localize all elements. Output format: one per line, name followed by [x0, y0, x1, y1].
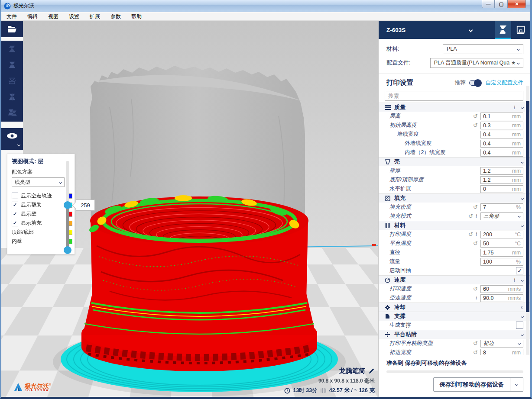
settings-search[interactable]	[385, 91, 523, 101]
save-options-chevron[interactable]	[510, 378, 523, 391]
chevron-down-icon[interactable]	[521, 224, 524, 227]
menu-item-0[interactable]: 文件	[1, 12, 22, 21]
recommended-custom-toggle[interactable]	[469, 80, 481, 86]
setting-input[interactable]: 0.4mm	[480, 140, 523, 148]
view-option-checkbox[interactable]: ✓	[12, 211, 18, 217]
info-icon[interactable]: i	[512, 277, 517, 283]
reset-icon[interactable]: ↺	[472, 340, 479, 347]
titlebar[interactable]: 极光尔沃 — ▢ ✕	[1, 0, 530, 12]
section-header-0[interactable]: 质量i	[379, 103, 530, 112]
setting-input[interactable]: 0.4mm	[480, 131, 523, 138]
profile-row: 配置文件: PLA 普通质量(PLA Normal Qua ★	[379, 56, 530, 69]
material-select[interactable]: PLA	[443, 44, 523, 54]
setting-label: 填充模式	[379, 212, 467, 220]
info-icon[interactable]: i	[474, 295, 479, 301]
menu-item-5[interactable]: 参数	[105, 12, 126, 21]
chevron-left-icon[interactable]	[521, 306, 524, 309]
profile-label: 配置文件:	[386, 59, 430, 67]
layer-slider-top-handle[interactable]	[64, 201, 71, 209]
view-mode-button[interactable]	[1, 128, 23, 150]
info-icon[interactable]: i	[474, 231, 479, 238]
settings-search-input[interactable]	[388, 93, 520, 99]
section-title: 支撑	[394, 312, 517, 320]
per-model-settings-button[interactable]	[1, 105, 23, 121]
printer-name[interactable]: Z-603S	[379, 27, 405, 33]
menu-item-6[interactable]: 帮助	[126, 12, 147, 21]
tab-prepare-preview[interactable]	[495, 21, 511, 39]
close-button[interactable]: ✕	[508, 0, 526, 8]
save-to-removable-button[interactable]: 保存到可移动的存储设备	[433, 377, 524, 392]
chevron-down-icon[interactable]	[521, 333, 524, 336]
section-header-4[interactable]: 速度i	[379, 275, 530, 284]
scrollbar-thumb[interactable]	[526, 101, 529, 312]
setting-select[interactable]: 三角形	[480, 212, 523, 220]
unit-label: mm	[512, 150, 521, 156]
view-mode-title: 视图模式: 层	[12, 158, 75, 165]
setting-input[interactable]: 200°C	[480, 231, 523, 238]
setting-label: 壁厚	[379, 167, 479, 174]
setting-input[interactable]: 7%	[480, 203, 523, 211]
view-option-checkbox[interactable]: ✓	[12, 220, 18, 226]
layer-slider[interactable]	[66, 161, 69, 250]
minimize-button[interactable]: —	[482, 0, 495, 8]
setting-input[interactable]: 0.3mm	[480, 122, 523, 129]
open-file-button[interactable]	[1, 21, 23, 37]
scale-tool-button[interactable]	[1, 57, 23, 73]
menu-item-3[interactable]: 设置	[64, 12, 84, 21]
custom-profile-link[interactable]: 自定义配置文件	[486, 79, 524, 87]
info-icon[interactable]: i	[474, 213, 479, 219]
section-header-6[interactable]: 支撑	[379, 312, 530, 321]
setting-input[interactable]: 100%	[480, 258, 523, 266]
reset-icon[interactable]: ↺	[472, 204, 479, 210]
edit-pencil-icon[interactable]	[368, 368, 375, 374]
chevron-down-icon[interactable]	[521, 160, 524, 163]
setting-input[interactable]: 50°C	[480, 240, 523, 248]
info-icon[interactable]: i	[512, 104, 517, 111]
section-header-1[interactable]: 壳	[379, 157, 530, 166]
reset-icon[interactable]: ↺	[472, 113, 479, 119]
maximize-button[interactable]: ▢	[495, 0, 508, 8]
setting-input[interactable]: 1.2mm	[480, 176, 523, 184]
chevron-down-icon[interactable]	[521, 196, 524, 200]
menubar: 文件编辑视图设置扩展参数帮助	[1, 12, 530, 21]
setting-input[interactable]: 90.0mm/s	[480, 294, 523, 302]
view-option-checkbox[interactable]	[12, 193, 18, 199]
setting-input[interactable]: 1.75mm	[480, 249, 523, 257]
unit-label: mm/s	[508, 286, 521, 292]
chevron-down-icon[interactable]	[521, 106, 524, 109]
section-header-3[interactable]: 材料	[379, 221, 530, 230]
rotate-tool-button[interactable]	[1, 73, 23, 89]
color-scheme-select[interactable]: 线类型	[12, 177, 65, 187]
setting-select[interactable]: 裙边	[480, 340, 523, 348]
reset-icon[interactable]: ↺	[467, 213, 474, 219]
chevron-down-icon[interactable]	[521, 278, 524, 281]
reset-icon[interactable]: ↺	[467, 231, 474, 238]
setting-input[interactable]: 0mm	[480, 185, 523, 193]
eye-icon	[6, 132, 18, 139]
setting-input[interactable]: 0.1mm	[480, 113, 523, 120]
setting-input[interactable]: 1.2mm	[480, 167, 523, 175]
section-header-2[interactable]: 填充	[379, 193, 530, 203]
menu-item-2[interactable]: 视图	[43, 12, 64, 21]
chevron-down-icon[interactable]	[521, 315, 524, 318]
menu-item-4[interactable]: 扩展	[84, 12, 105, 21]
section-header-5[interactable]: 冷却	[379, 302, 530, 312]
section-header-7[interactable]: 平台粘附	[379, 330, 530, 339]
setting-input[interactable]: 0.4mm	[480, 149, 523, 157]
reset-icon[interactable]: ↺	[472, 240, 479, 247]
chevron-down-icon	[517, 47, 520, 50]
reset-icon[interactable]: ↺	[472, 286, 479, 292]
mirror-tool-button[interactable]	[1, 89, 23, 105]
tab-monitor[interactable]	[511, 21, 530, 39]
move-tool-button[interactable]	[1, 41, 23, 57]
reset-icon[interactable]: ↺	[472, 122, 479, 129]
layer-slider-bottom-handle[interactable]	[64, 246, 71, 254]
profile-select[interactable]: PLA 普通质量(PLA Normal Qua ★	[430, 58, 523, 68]
setting-checkbox[interactable]: ✓	[516, 267, 523, 274]
setting-checkbox[interactable]	[516, 322, 523, 329]
menu-item-1[interactable]: 编辑	[22, 12, 43, 21]
settings-scrollbar[interactable]	[526, 86, 529, 356]
setting-input[interactable]: 60mm/s	[480, 285, 523, 293]
printer-dropdown-chevron-icon[interactable]	[469, 28, 473, 32]
view-option-checkbox[interactable]: ✓	[12, 202, 18, 208]
